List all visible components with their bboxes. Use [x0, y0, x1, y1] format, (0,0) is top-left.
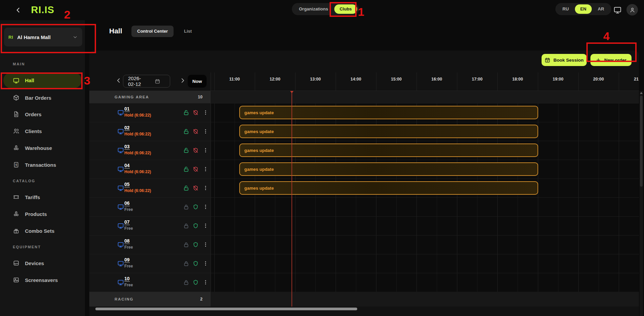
grid-line	[214, 72, 215, 91]
sidebar-item-screensavers[interactable]: Screensavers	[0, 273, 85, 287]
grid-line	[336, 72, 336, 91]
shield-off-icon	[192, 128, 199, 135]
kebab-menu-icon[interactable]	[203, 204, 209, 210]
group-name: GAMING AREA	[115, 95, 149, 99]
sidebar-item-tariffs[interactable]: Tariffs	[0, 190, 85, 204]
sidebar-item-combo-sets[interactable]: Combo Sets	[0, 224, 85, 238]
kebab-menu-icon[interactable]	[203, 223, 209, 229]
station-id-link[interactable]: 04	[124, 163, 130, 168]
hour-label-partial: 21:00	[634, 77, 639, 82]
horizontal-scrollbar	[89, 307, 639, 311]
new-order-button[interactable]: New order	[590, 54, 632, 66]
sidebar-item-bar-orders[interactable]: Bar Orders	[0, 91, 85, 104]
prev-day-chevron-icon[interactable]	[115, 77, 122, 84]
sidebar-item-products[interactable]: Products	[0, 207, 85, 221]
tab-control-center[interactable]: Control Center	[131, 26, 174, 37]
sidebar-item-transactions[interactable]: $Transactions	[0, 158, 85, 171]
vertical-scrollbar-thumb[interactable]	[640, 96, 643, 187]
hour-label: 12:00	[262, 77, 288, 82]
shield-icon	[192, 242, 199, 248]
kebab-menu-icon[interactable]	[203, 260, 209, 266]
date-input[interactable]: 2026-02-12	[123, 75, 170, 88]
grid-line	[497, 72, 498, 91]
station-id-link[interactable]: 02	[124, 125, 130, 131]
language-ar[interactable]: AR	[592, 4, 610, 14]
language-en[interactable]: EN	[575, 4, 592, 14]
sidebar-item-label: Transactions	[25, 162, 56, 168]
sidebar-item-orders[interactable]: Orders	[0, 107, 85, 121]
session-bar-label: games update	[244, 110, 274, 115]
station-id-link[interactable]: 06	[124, 200, 130, 206]
session-bar[interactable]: games update	[239, 162, 538, 176]
session-bar[interactable]: games update	[239, 181, 538, 195]
hour-label: 13:00	[302, 77, 329, 82]
station-row: 07Free	[89, 216, 639, 235]
tab-list[interactable]: List	[178, 26, 197, 37]
horizontal-scrollbar-thumb[interactable]	[95, 308, 357, 310]
shield-off-icon	[192, 147, 199, 154]
section-label-catalog: CATALOG	[13, 179, 35, 183]
session-bar[interactable]: games update	[239, 125, 538, 138]
group-name: RACING	[115, 297, 133, 301]
station-id-link[interactable]: 09	[124, 257, 130, 263]
ticket-icon	[13, 194, 20, 200]
sidebar-item-label: Clients	[25, 128, 42, 134]
now-button[interactable]: Now	[188, 75, 207, 88]
current-time-line	[292, 91, 292, 307]
kebab-menu-icon[interactable]	[203, 128, 209, 134]
monitor-icon	[117, 241, 124, 248]
station-row: 06Free	[89, 197, 639, 216]
session-bar[interactable]: games update	[239, 144, 538, 157]
avatar[interactable]	[626, 4, 638, 15]
timeline-header	[89, 72, 639, 91]
back-chevron-icon[interactable]	[14, 6, 22, 14]
section-label-equipment: EQUIPMENT	[13, 245, 41, 249]
station-status: Free	[124, 245, 133, 250]
kebab-menu-icon[interactable]	[203, 185, 209, 191]
station-row: 05Hold (6:06:22)games update	[89, 179, 639, 197]
kebab-menu-icon[interactable]	[203, 166, 209, 172]
kebab-menu-icon[interactable]	[203, 279, 209, 285]
calendar-check-icon	[545, 57, 550, 63]
station-id-link[interactable]: 01	[124, 106, 130, 112]
page-title: Hall	[109, 27, 122, 35]
lock-closed-icon	[183, 223, 189, 229]
session-bar-label: games update	[244, 129, 274, 134]
station-id-link[interactable]: 03	[124, 144, 130, 150]
station-id-link[interactable]: 10	[124, 276, 130, 282]
toggle-clubs[interactable]: Clubs	[334, 4, 357, 14]
sidebar-item-clients[interactable]: Clients	[0, 124, 85, 138]
kebab-menu-icon[interactable]	[203, 242, 209, 248]
toggle-organizations[interactable]: Organizations	[294, 4, 334, 14]
lock-closed-icon	[183, 260, 189, 267]
receipt-icon: $	[13, 161, 20, 168]
display-icon[interactable]	[613, 6, 622, 14]
monitor-icon	[117, 128, 124, 135]
group-header-racing: RACING2	[89, 292, 639, 307]
hour-label: 20:00	[585, 77, 612, 82]
language-ru[interactable]: RU	[557, 4, 574, 14]
sidebar-item-hall[interactable]: Hall	[3, 72, 82, 88]
sidebar-item-devices[interactable]: Devices	[0, 256, 85, 270]
station-status: Free	[124, 226, 133, 231]
device-icon	[13, 260, 20, 266]
scroll-up-arrow-icon[interactable]	[640, 92, 643, 94]
next-day-chevron-icon[interactable]	[179, 77, 186, 84]
club-selector[interactable]: RI Al Hamra Mall	[4, 28, 82, 46]
station-id-link[interactable]: 05	[124, 182, 130, 187]
station-id-link[interactable]: 07	[124, 219, 130, 225]
club-logo: RI	[8, 35, 13, 40]
kebab-menu-icon[interactable]	[203, 109, 209, 116]
group-header-gaming-area: GAMING AREA10	[89, 91, 639, 103]
station-id-link[interactable]: 08	[124, 238, 130, 244]
sidebar-item-label: Hall	[25, 77, 34, 83]
shield-icon	[192, 223, 199, 229]
book-session-button[interactable]: Book Session	[542, 54, 587, 66]
sidebar-item-warehouse[interactable]: Warehouse	[0, 141, 85, 155]
session-bar[interactable]: games update	[239, 106, 538, 119]
kebab-menu-icon[interactable]	[203, 147, 209, 153]
gift-icon	[13, 227, 20, 234]
club-name: Al Hamra Mall	[17, 34, 68, 40]
sidebar-item-label: Tariffs	[25, 194, 40, 200]
image-icon	[13, 277, 20, 283]
